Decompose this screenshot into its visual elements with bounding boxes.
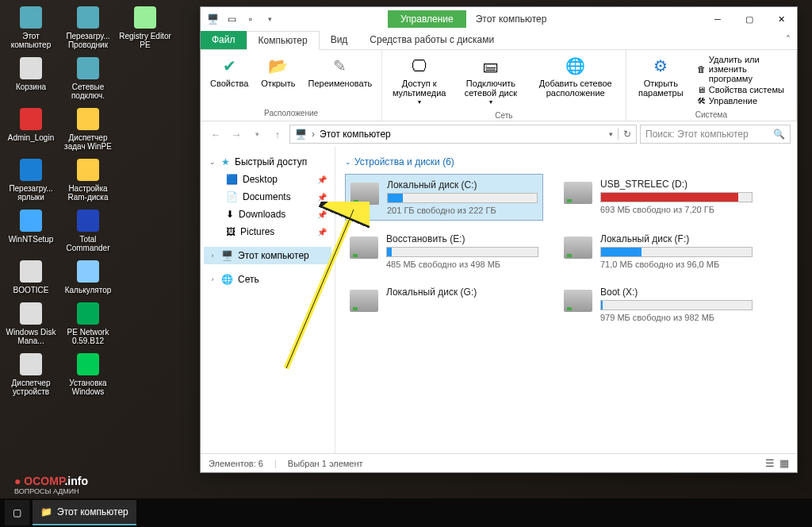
- qat-new-icon[interactable]: ▫: [243, 12, 258, 26]
- close-button[interactable]: ✕: [765, 8, 797, 30]
- manage-button[interactable]: 🛠Управление: [697, 96, 788, 106]
- desktop-icon[interactable]: Windows Disk Mana...: [3, 299, 59, 347]
- forward-button[interactable]: →: [228, 125, 245, 143]
- context-tab[interactable]: Управление: [388, 10, 466, 28]
- desktop-icon[interactable]: Total Commander: [60, 206, 116, 254]
- search-input[interactable]: Поиск: Этот компьютер 🔍: [640, 125, 791, 144]
- drive-icon: [564, 237, 592, 259]
- sidebar-quick-access[interactable]: ⌄★Быстрый доступ: [204, 153, 331, 171]
- drive-name: Локальный диск (C:): [387, 179, 538, 190]
- drive-free-text: 71,0 МБ свободно из 96,0 МБ: [600, 260, 753, 269]
- desktop-icon[interactable]: BOOTICE: [3, 257, 59, 296]
- add-network-button[interactable]: 🌐Добавить сетевое расположение: [530, 52, 621, 101]
- desktop-icon[interactable]: Сетевые подключ.: [60, 54, 116, 102]
- desktop-icon[interactable]: Корзина: [3, 54, 59, 102]
- desktop-icon[interactable]: Registry Editor PE: [117, 3, 173, 51]
- group-network-label: Сеть: [387, 110, 621, 121]
- pin-icon: 📌: [317, 193, 327, 202]
- refresh-button[interactable]: ↻: [618, 129, 631, 140]
- tab-view[interactable]: Вид: [320, 31, 359, 49]
- desktop-icon[interactable]: Диспетчер устройств: [3, 350, 59, 398]
- address-bar[interactable]: 🖥️ › Этот компьютер ▾ ↻: [289, 125, 637, 144]
- up-button[interactable]: ↑: [269, 125, 286, 143]
- drive-name: Восстановить (E:): [386, 233, 538, 244]
- drive-name: Локальный диск (F:): [600, 233, 753, 244]
- desktop-icon[interactable]: Диспетчер задач WinPE: [60, 105, 116, 152]
- drive-icon: [564, 290, 592, 312]
- desktop-icon[interactable]: Настройка Ram-диска: [60, 156, 116, 203]
- drive-icon: [564, 182, 592, 204]
- desktop-icon[interactable]: Перезагру... Проводник: [60, 3, 116, 51]
- uninstall-icon: 🗑: [697, 64, 706, 74]
- desktop: Этот компьютерПерезагру... ПроводникRegi…: [0, 0, 190, 401]
- drive-item[interactable]: Локальный диск (C:) 201 ГБ свободно из 2…: [345, 174, 543, 221]
- content-area: ⌄Устройства и диски (6) Локальный диск (…: [335, 147, 797, 453]
- drive-icon: [350, 237, 378, 259]
- drive-item[interactable]: Локальный диск (F:) 71,0 МБ свободно из …: [559, 229, 757, 274]
- qat-props-icon[interactable]: ▭: [224, 12, 239, 26]
- taskbar-terminal[interactable]: ▢: [5, 500, 29, 525]
- desktop-icon[interactable]: Admin_Login: [3, 105, 59, 152]
- rename-button[interactable]: ✎Переименовать: [304, 52, 377, 91]
- sidebar-item[interactable]: ⬇Downloads📌: [204, 206, 331, 223]
- search-icon[interactable]: 🔍: [773, 129, 785, 140]
- group-system-label: Система: [631, 109, 791, 121]
- pin-icon: 📌: [317, 175, 327, 184]
- drive-free-text: 979 МБ свободно из 982 МБ: [600, 313, 753, 322]
- watermark-dot: ●: [14, 475, 21, 487]
- drive-item[interactable]: USB_STRELEC (D:) 693 МБ свободно из 7,20…: [559, 174, 757, 221]
- desktop-icon[interactable]: WinNTSetup: [3, 206, 59, 254]
- back-button[interactable]: ←: [207, 125, 224, 143]
- desktop-icon[interactable]: Перезагру... ярлыки: [3, 156, 59, 203]
- pc-icon: 🖥️: [205, 12, 220, 26]
- minimize-button[interactable]: ─: [702, 8, 733, 30]
- tab-drive-tools[interactable]: Средства работы с дисками: [358, 31, 505, 49]
- media-access-button[interactable]: 🖵Доступ к мультимедиа▾: [387, 52, 451, 110]
- search-placeholder: Поиск: Этот компьютер: [645, 129, 749, 140]
- drive-item[interactable]: Локальный диск (G:): [345, 282, 543, 327]
- drive-item[interactable]: Восстановить (E:) 485 МБ свободно из 498…: [345, 229, 543, 274]
- view-tiles-icon[interactable]: ▦: [779, 457, 789, 469]
- drive-free-text: 201 ГБ свободно из 222 ГБ: [387, 206, 538, 215]
- sidebar-item[interactable]: 🖼Pictures📌: [204, 223, 331, 240]
- uninstall-button[interactable]: 🗑Удалить или изменить программу: [697, 55, 788, 83]
- sysprops-icon: 🖥: [697, 85, 706, 94]
- watermark: ● OCOMP.info ВОПРОСЫ АДМИН: [14, 475, 88, 495]
- map-drive-button[interactable]: 🖴Подключить сетевой диск▾: [454, 52, 527, 110]
- pin-icon: 📌: [317, 228, 327, 237]
- drive-name: USB_STRELEC (D:): [600, 179, 753, 190]
- qat-dropdown-icon[interactable]: ▾: [262, 12, 277, 26]
- status-selection: Выбран 1 элемент: [288, 459, 363, 468]
- pc-icon: 🖥️: [295, 129, 307, 140]
- window-title: Этот компьютер: [466, 13, 547, 25]
- drive-icon: [350, 183, 379, 205]
- tab-computer[interactable]: Компьютер: [247, 31, 320, 50]
- recent-dropdown[interactable]: ▾: [248, 125, 266, 143]
- manage-icon: 🛠: [697, 96, 706, 106]
- drive-icon: [350, 290, 378, 312]
- sidebar-network[interactable]: ›🌐Сеть: [204, 271, 331, 288]
- ribbon-collapse-icon[interactable]: ˄: [779, 31, 797, 49]
- open-button[interactable]: 📂Открыть: [256, 52, 300, 91]
- sidebar-item[interactable]: 🟦Desktop📌: [204, 171, 331, 188]
- desktop-icon[interactable]: Калькулятор: [60, 257, 116, 296]
- drive-name: Boot (X:): [600, 287, 753, 298]
- ribbon: ✔Свойства 📂Открыть ✎Переименовать Распол…: [201, 50, 797, 121]
- desktop-icon[interactable]: PE Network 0.59.B12: [60, 299, 116, 347]
- taskbar-explorer[interactable]: 📁Этот компьютер: [33, 500, 136, 525]
- drive-item[interactable]: Boot (X:) 979 МБ свободно из 982 МБ: [559, 282, 757, 327]
- desktop-icon[interactable]: Установка Windows: [60, 350, 116, 398]
- sidebar-item[interactable]: 📄Documents📌: [204, 188, 331, 206]
- group-location-label: Расположение: [205, 107, 377, 119]
- view-details-icon[interactable]: ☰: [765, 457, 775, 469]
- system-props-button[interactable]: 🖥Свойства системы: [697, 85, 788, 94]
- desktop-icon[interactable]: Этот компьютер: [3, 3, 59, 51]
- drive-free-text: 485 МБ свободно из 498 МБ: [386, 260, 538, 269]
- tab-file[interactable]: Файл: [201, 31, 247, 49]
- open-settings-button[interactable]: ⚙Открыть параметры: [631, 52, 691, 101]
- section-header[interactable]: ⌄Устройства и диски (6): [345, 153, 787, 174]
- maximize-button[interactable]: ▢: [733, 8, 765, 30]
- sidebar-this-pc[interactable]: ›🖥️Этот компьютер: [204, 247, 331, 264]
- properties-button[interactable]: ✔Свойства: [205, 52, 253, 91]
- explorer-window: 🖥️ ▭ ▫ ▾ Управление Этот компьютер ─ ▢ ✕…: [200, 6, 798, 473]
